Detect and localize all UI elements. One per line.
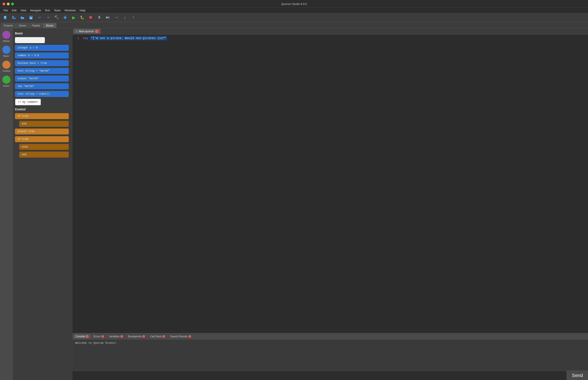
minimize-button[interactable] xyxy=(7,2,10,5)
menu-bar: File Edit View Navigate Run Team Windows… xyxy=(0,8,588,13)
call-stack-tab-close[interactable]: × xyxy=(162,335,165,338)
text-block[interactable]: text string = "words" xyxy=(15,68,69,74)
variables-tab-close[interactable]: × xyxy=(120,335,123,338)
console-output: Welcome to Quorum Studio! xyxy=(73,340,588,371)
action-circle xyxy=(2,76,10,84)
pause-button[interactable]: ⏸ xyxy=(96,14,103,21)
sidebar-item-control[interactable]: Control xyxy=(1,60,11,73)
undo-icon: ↩ xyxy=(38,15,41,19)
step-over-icon: ⏭ xyxy=(106,15,110,20)
step-up-button[interactable]: ↑ xyxy=(130,14,137,21)
close-button[interactable] xyxy=(2,2,5,5)
input-block[interactable]: text string = input() xyxy=(15,91,69,97)
save-button[interactable] xyxy=(27,14,35,21)
menu-help[interactable]: Help xyxy=(78,8,87,12)
number-block[interactable]: number b = 0.0 xyxy=(15,53,69,58)
tab-errors[interactable]: Errors × xyxy=(91,334,106,339)
save-icon xyxy=(29,15,33,20)
sidebar-label-action: Action xyxy=(3,85,10,87)
elseif-block[interactable]: elseif true xyxy=(15,129,69,134)
send-button[interactable]: Send xyxy=(567,371,588,380)
menu-edit[interactable]: Edit xyxy=(10,8,18,12)
else-block[interactable]: else xyxy=(19,144,69,150)
open-recent-icon xyxy=(12,15,16,20)
sidebar-item-action[interactable]: Action xyxy=(1,75,11,88)
step-forward-button[interactable]: → xyxy=(113,14,120,21)
step-over-button[interactable]: ⏭ xyxy=(104,14,112,21)
end-block-2[interactable]: end xyxy=(19,152,69,157)
send-input[interactable] xyxy=(73,371,567,380)
editor-tab-main[interactable]: Q Main.quorum × xyxy=(74,29,101,34)
tab-projects[interactable]: Projects xyxy=(1,23,16,28)
code-content-1: say "I'm not a pirate. Would non-pirates… xyxy=(81,37,588,40)
tab-scene[interactable]: Scene xyxy=(16,23,29,28)
sidebar-item-advice[interactable]: Advice xyxy=(1,30,11,43)
send-bar: Send xyxy=(73,371,588,380)
tab-breakpoints[interactable]: Breakpoints × xyxy=(126,334,147,339)
breakpoints-tab-label: Breakpoints xyxy=(128,335,142,338)
console-text: Welcome to Quorum Studio! xyxy=(75,341,117,344)
if-else-block[interactable]: if true xyxy=(15,136,69,142)
console-tab-label: Console xyxy=(76,335,85,338)
tab-call-stack[interactable]: Call Stack × xyxy=(148,334,167,339)
menu-windows[interactable]: Windows xyxy=(63,8,77,12)
quorum-file-icon: Q xyxy=(76,30,78,33)
svg-rect-0 xyxy=(4,16,6,19)
menu-team[interactable]: Team xyxy=(52,8,62,12)
stop-icon: ⏹ xyxy=(89,15,93,20)
editor-tabs: Q Main.quorum × xyxy=(73,28,588,35)
step-down-button[interactable]: ↓ xyxy=(121,14,129,21)
add-icon xyxy=(63,15,67,20)
boolean-block[interactable]: boolean bool = true xyxy=(15,60,69,66)
run-button[interactable]: ▶ xyxy=(70,14,77,21)
blank-block[interactable] xyxy=(15,37,45,43)
menu-navigate[interactable]: Navigate xyxy=(28,8,43,12)
tab-palette[interactable]: Palette xyxy=(29,23,43,28)
open-recent-button[interactable] xyxy=(10,14,18,21)
main-area: Advice Basic Control Action Basic intege… xyxy=(0,28,588,380)
code-editor[interactable]: 1 say "I'm not a pirate. Would non-pirat… xyxy=(73,35,588,333)
end-block-1[interactable]: end xyxy=(19,121,69,127)
basic-section-title: Basic xyxy=(15,32,69,35)
menu-run[interactable]: Run xyxy=(43,8,52,12)
svg-rect-6 xyxy=(30,16,32,17)
integer-block[interactable]: integer a = 0 xyxy=(15,45,69,51)
tab-blocks[interactable]: Blocks xyxy=(43,23,56,28)
open-button[interactable] xyxy=(19,14,26,21)
bottom-tabs: Console × Errors × Variables × Breakpoin… xyxy=(73,333,588,340)
run-icon: ▶ xyxy=(72,15,75,20)
bottom-panel: Console × Errors × Variables × Breakpoin… xyxy=(73,333,588,380)
add-button[interactable] xyxy=(61,14,69,21)
if-block[interactable]: if true xyxy=(15,113,69,119)
console-tab-close[interactable]: × xyxy=(86,335,88,338)
tab-console[interactable]: Console × xyxy=(74,334,91,339)
new-file-button[interactable] xyxy=(2,14,9,21)
step-up-icon: ↑ xyxy=(133,15,134,20)
errors-tab-close[interactable]: × xyxy=(101,335,104,338)
undo-button[interactable]: ↩ xyxy=(36,14,43,21)
tab-variables[interactable]: Variables × xyxy=(107,334,125,339)
blocks-scroll-container[interactable]: Basic integer a = 0 number b = 0.0 boole… xyxy=(13,28,73,380)
editor-area: Q Main.quorum × 1 say "I'm not a pirate.… xyxy=(73,28,588,380)
breakpoints-tab-close[interactable]: × xyxy=(142,335,145,338)
comment-block[interactable]: // my comment xyxy=(15,99,41,105)
say-keyword: say xyxy=(83,37,88,40)
editor-tab-label: Main.quorum xyxy=(79,30,94,33)
redo-button[interactable]: ↪ xyxy=(44,14,52,21)
stop-button[interactable]: ⏹ xyxy=(87,14,94,21)
say-block[interactable]: say "words" xyxy=(15,83,69,89)
output-block[interactable]: output "words" xyxy=(15,76,69,81)
debug-button[interactable]: 🐛 xyxy=(78,14,86,21)
menu-view[interactable]: View xyxy=(19,8,28,12)
sidebar-item-basic[interactable]: Basic xyxy=(1,45,11,58)
step-down-icon: ↓ xyxy=(124,15,126,20)
step-forward-icon: → xyxy=(114,15,118,20)
maximize-button[interactable] xyxy=(11,2,14,5)
menu-file[interactable]: File xyxy=(2,8,10,12)
search-results-tab-close[interactable]: × xyxy=(189,335,191,338)
code-line-1: 1 say "I'm not a pirate. Would non-pirat… xyxy=(73,36,588,41)
editor-tab-close-button[interactable]: × xyxy=(95,30,98,33)
tab-search-results[interactable]: Search Results × xyxy=(168,334,193,339)
build-button[interactable]: 🔨 xyxy=(53,14,60,21)
svg-rect-9 xyxy=(63,17,67,18)
